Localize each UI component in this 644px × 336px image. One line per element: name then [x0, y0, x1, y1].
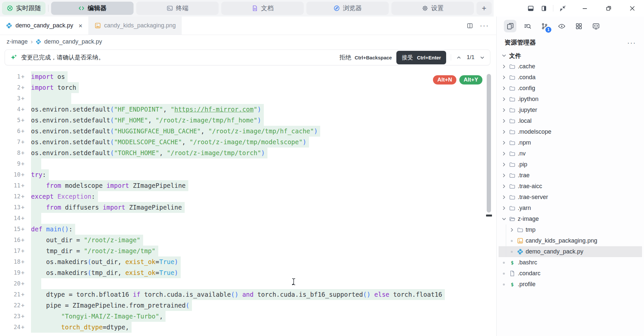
code-line[interactable]: 6+os.environ.setdefault("HUGGINGFACE_HUB…	[0, 126, 496, 137]
tree-item-.config[interactable]: .config	[499, 83, 642, 94]
ai-change-bar: 变更已完成，请确认是否采纳。 拒绝 Ctrl+Backspace 接受 Ctrl…	[5, 50, 490, 65]
editor-tab-demo_candy_pack.py[interactable]: demo_candy_pack.py×	[0, 17, 89, 35]
hint-badges: Alt+NAlt+Y	[433, 75, 482, 84]
extensions-icon[interactable]	[572, 20, 585, 32]
topbar-tab-settings[interactable]: 设置	[391, 2, 474, 15]
code-line[interactable]: 7+os.environ.setdefault("MODELSCOPE_CACH…	[0, 137, 496, 148]
more-actions-icon[interactable]: ···	[480, 21, 489, 30]
accept-button[interactable]: 接受 Ctrl+Enter	[396, 51, 446, 64]
breadcrumb-folder[interactable]: z-image	[7, 38, 28, 45]
tree-item-.yarn[interactable]: .yarn	[499, 203, 642, 214]
new-tab-button[interactable]: +	[476, 2, 492, 15]
code-line[interactable]: 15+def main():	[0, 224, 496, 235]
code-line[interactable]: 4+os.environ.setdefault("HF_ENDPOINT", "…	[0, 104, 496, 115]
code-line[interactable]: 8+os.environ.setdefault("TORCH_HOME", "/…	[0, 148, 496, 158]
topbar-tab-list: 实时跟随编辑器终端文档浏览器设置+	[0, 0, 494, 17]
search-icon[interactable]	[521, 20, 534, 32]
tree-label: .trae-aicc	[518, 183, 542, 190]
remote-icon[interactable]	[590, 20, 602, 32]
tree-item-.npm[interactable]: .npm	[499, 137, 642, 148]
code-line[interactable]: 10+try:	[0, 169, 496, 180]
tree-item-.jupyter[interactable]: .jupyter	[499, 105, 642, 116]
explorer-title: 资源管理器	[505, 38, 536, 47]
line-number: 14	[5, 213, 20, 224]
line-number: 22	[5, 300, 20, 311]
code-line[interactable]: 11+ from modelscope import ZImagePipelin…	[0, 180, 496, 191]
split-editor-icon[interactable]	[467, 22, 473, 29]
tree-item-.modelscope[interactable]: .modelscope	[499, 126, 642, 137]
tree-item-candy_kids_packaging.png[interactable]: candy_kids_packaging.png	[499, 235, 642, 246]
topbar-tab-document[interactable]: 文档	[221, 2, 304, 15]
preview-icon[interactable]	[555, 20, 568, 32]
tree-item-.condarc[interactable]: .condarc	[499, 268, 642, 279]
python-icon	[36, 39, 41, 45]
tree-label: .npm	[518, 139, 531, 146]
shortcut-badge-Alt+Y[interactable]: Alt+Y	[459, 75, 482, 84]
code-line[interactable]: 21+ dtype = torch.bfloat16 if torch.cuda…	[0, 289, 496, 300]
tree-item-demo_candy_pack.py[interactable]: demo_candy_pack.py	[499, 246, 642, 257]
tree-item-z-image[interactable]: z-image	[499, 214, 642, 224]
diff-added-marker: +	[20, 289, 27, 300]
python-icon	[517, 249, 523, 255]
code-line[interactable]: 23+ "Tongyi-MAI/Z-Image-Turbo",	[0, 311, 496, 322]
code-line[interactable]: 1+import os	[0, 71, 496, 82]
topbar-tab-live[interactable]: 实时跟随	[2, 2, 46, 15]
tree-item-.local[interactable]: .local	[499, 116, 642, 126]
editor-scrollbar[interactable]	[487, 74, 491, 213]
tree-item-.trae-server[interactable]: .trae-server	[499, 192, 642, 203]
tree-item-文件[interactable]: 文件	[499, 50, 642, 61]
code-line[interactable]: 22+ pipe = ZImagePipeline.from_pretraine…	[0, 300, 496, 311]
code-line[interactable]: 16+ out_dir = "/root/z-image"	[0, 235, 496, 246]
code-line[interactable]: 13+ from diffusers import ZImagePipeline	[0, 202, 496, 213]
topbar-tab-terminal[interactable]: 终端	[136, 2, 219, 15]
diff-added-marker: +	[20, 322, 27, 333]
restore-button[interactable]	[604, 4, 612, 12]
folder-icon	[509, 194, 515, 200]
source-control-icon[interactable]: 1	[538, 20, 551, 32]
editor-tab-list: demo_candy_pack.py×candy_kids_packaging.…	[0, 17, 182, 35]
code-line[interactable]: 17+ tmp_dir = "/root/z-image/tmp"	[0, 246, 496, 256]
tree-item-.nv[interactable]: .nv	[499, 148, 642, 159]
tree-item-.bashrc[interactable]: $.bashrc	[499, 257, 642, 268]
folder-icon	[509, 205, 515, 211]
tree-item-.trae-aicc[interactable]: .trae-aicc	[499, 181, 642, 192]
topbar-tab-browser[interactable]: 浏览器	[306, 2, 389, 15]
tree-item-.pip[interactable]: .pip	[499, 159, 642, 170]
code-line[interactable]: 24+ torch_dtype=dtype,	[0, 322, 496, 333]
toggle-bottom-panel-icon[interactable]	[527, 4, 535, 12]
toggle-right-panel-icon[interactable]	[540, 4, 548, 12]
chevron-up-icon[interactable]	[456, 55, 461, 60]
collapse-window-icon[interactable]	[559, 4, 567, 12]
explorer-more-icon[interactable]: ···	[627, 39, 636, 47]
topbar-tab-code[interactable]: 编辑器	[51, 2, 134, 15]
reject-button[interactable]: 拒绝 Ctrl+Backspace	[339, 53, 392, 61]
tree-item-.cache[interactable]: .cache	[499, 61, 642, 72]
code-line[interactable]: 9+	[0, 158, 496, 169]
modified-dot	[503, 284, 505, 286]
tree-item-.trae[interactable]: .trae	[499, 170, 642, 181]
code-line[interactable]: 20+	[0, 278, 496, 289]
files-icon[interactable]	[504, 20, 516, 32]
code-line[interactable]: 3+	[0, 93, 496, 104]
tree-item-.conda[interactable]: .conda	[499, 72, 642, 83]
code-line[interactable]: 18+ os.makedirs(out_dir, exist_ok=True)	[0, 256, 496, 267]
live-icon	[7, 5, 13, 12]
close-button[interactable]	[628, 4, 636, 12]
chevron-down-icon[interactable]	[480, 55, 485, 60]
code-line[interactable]: 12+except Exception:	[0, 191, 496, 202]
tree-item-tmp[interactable]: tmp	[499, 224, 642, 235]
code-line[interactable]: 14+	[0, 213, 496, 224]
diff-added-marker: +	[20, 256, 27, 267]
code-line[interactable]: 5+os.environ.setdefault("HF_HOME", "/roo…	[0, 115, 496, 126]
code-line[interactable]: 19+ os.makedirs(tmp_dir, exist_ok=True)	[0, 267, 496, 278]
tree-item-.ipython[interactable]: .ipython	[499, 94, 642, 105]
chevron-right-icon	[501, 151, 507, 156]
shortcut-badge-Alt+N[interactable]: Alt+N	[433, 75, 456, 84]
tree-item-.profile[interactable]: $.profile	[499, 279, 642, 290]
minimize-button[interactable]	[581, 4, 589, 12]
code-line[interactable]: 2+import torch	[0, 82, 496, 93]
close-tab-icon[interactable]: ×	[78, 22, 82, 29]
editor-tab-candy_kids_packaging.png[interactable]: candy_kids_packaging.png	[89, 17, 182, 35]
code-editor[interactable]: 1+import os2+import torch3+ 4+os.environ…	[0, 69, 496, 336]
breadcrumb-file[interactable]: demo_candy_pack.py	[44, 38, 102, 45]
